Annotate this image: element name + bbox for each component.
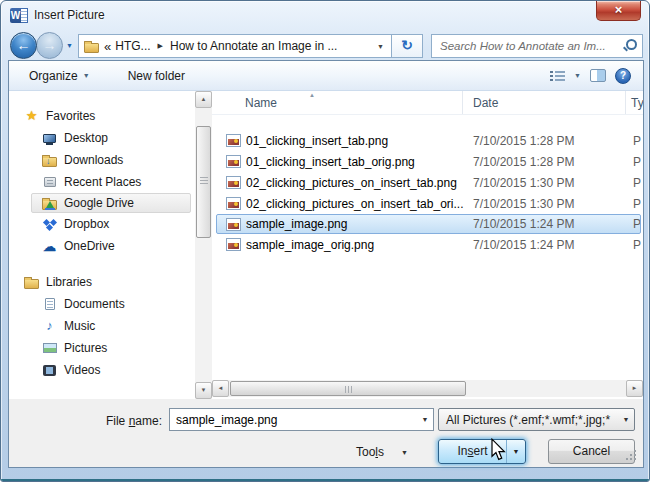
sidebar-label: Music xyxy=(64,319,95,333)
main-area: ★ Favorites Desktop ↓ Downloads Recent P… xyxy=(9,91,643,399)
chevron-down-icon: ▼ xyxy=(513,448,520,455)
command-toolbar: Organize ▼ New folder ▼ ? xyxy=(9,61,643,91)
sidebar-label: Libraries xyxy=(46,275,92,289)
file-row[interactable]: 02_clicking_pictures_on_insert_tab_ori..… xyxy=(216,193,641,214)
word-letter: W xyxy=(10,8,21,23)
file-type: Pl xyxy=(633,217,640,231)
scroll-down-button[interactable]: ▼ xyxy=(195,382,212,399)
close-button[interactable]: × xyxy=(596,1,641,21)
breadcrumb-separator-icon: ▶ xyxy=(158,42,163,50)
scroll-left-icon: ◄ xyxy=(218,385,224,391)
search-input[interactable] xyxy=(438,39,622,53)
sidebar-label: Dropbox xyxy=(64,217,109,231)
chevron-down-icon[interactable]: ▼ xyxy=(417,416,433,423)
refresh-button[interactable]: ↻ xyxy=(392,34,423,58)
file-name: 01_clicking_insert_tab.png xyxy=(246,134,473,148)
file-name: sample_image.png xyxy=(246,217,473,231)
breadcrumb-segment-root[interactable]: HTG... xyxy=(115,39,150,53)
image-file-icon xyxy=(226,155,241,168)
image-file-icon xyxy=(226,238,241,251)
sidebar-item-desktop[interactable]: Desktop xyxy=(9,127,195,149)
column-header-type[interactable]: Ty xyxy=(626,91,643,114)
sidebar-label: Google Drive xyxy=(64,196,134,210)
column-header-name[interactable]: Name xyxy=(212,91,463,114)
tools-label: Tools xyxy=(356,445,384,459)
search-box[interactable] xyxy=(431,34,643,58)
sidebar-label: Favorites xyxy=(46,109,95,123)
file-row-selected[interactable]: sample_image.png 7/10/2015 1:24 PM Pl xyxy=(216,214,641,234)
organize-label: Organize xyxy=(29,69,78,83)
sidebar-item-onedrive[interactable]: ☁ OneDrive xyxy=(9,235,195,257)
preview-pane-icon[interactable] xyxy=(590,69,606,82)
scroll-left-button[interactable]: ◄ xyxy=(212,380,229,397)
sidebar-item-libraries[interactable]: Libraries xyxy=(9,271,195,293)
title-bar[interactable]: W Insert Picture × xyxy=(1,1,649,30)
desktop-icon xyxy=(43,134,56,143)
forward-button[interactable]: → xyxy=(36,32,63,59)
recent-locations-dropdown[interactable]: ▼ xyxy=(66,42,73,49)
recent-places-icon xyxy=(44,177,56,187)
file-row[interactable]: 01_clicking_insert_tab.png 7/10/2015 1:2… xyxy=(216,130,641,151)
sidebar-label: OneDrive xyxy=(64,239,115,253)
views-icon[interactable] xyxy=(550,70,565,82)
organize-button[interactable]: Organize ▼ xyxy=(23,66,96,86)
file-row[interactable]: sample_image_orig.png 7/10/2015 1:24 PM … xyxy=(216,234,641,255)
file-name: 02_clicking_pictures_on_insert_tab.png xyxy=(246,176,473,190)
sidebar-item-recent-places[interactable]: Recent Places xyxy=(9,171,195,193)
toolbar-right-group: ▼ ? xyxy=(550,68,643,84)
file-name-input[interactable] xyxy=(170,412,417,428)
scroll-up-icon: ▲ xyxy=(201,96,207,102)
new-folder-label: New folder xyxy=(128,69,185,83)
file-row[interactable]: 01_clicking_insert_tab_orig.png 7/10/201… xyxy=(216,151,641,172)
breadcrumb-overflow-button[interactable]: « xyxy=(104,39,111,54)
sidebar-item-dropbox[interactable]: Dropbox xyxy=(9,213,195,235)
column-header-date[interactable]: Date xyxy=(463,91,626,114)
help-icon[interactable]: ? xyxy=(615,68,631,84)
sidebar-item-downloads[interactable]: ↓ Downloads xyxy=(9,149,195,171)
back-button[interactable]: ← xyxy=(10,32,37,59)
music-icon: ♪ xyxy=(46,319,53,333)
insert-dropdown-button[interactable]: ▼ xyxy=(506,440,525,463)
file-row[interactable]: 02_clicking_pictures_on_insert_tab.png 7… xyxy=(216,172,641,193)
sidebar-group-gap xyxy=(9,257,195,271)
sidebar-item-favorites[interactable]: ★ Favorites xyxy=(9,105,195,127)
file-date: 7/10/2015 1:24 PM xyxy=(473,217,633,231)
sidebar-item-documents[interactable]: Documents xyxy=(9,293,195,315)
videos-icon xyxy=(43,365,56,376)
tools-button[interactable]: Tools ▼ xyxy=(356,440,408,464)
insert-button[interactable]: Insert xyxy=(439,440,506,463)
new-folder-button[interactable]: New folder xyxy=(122,66,191,86)
resize-grip-icon[interactable] xyxy=(626,450,637,461)
sidebar-item-videos[interactable]: Videos xyxy=(9,359,195,381)
file-date: 7/10/2015 1:28 PM xyxy=(473,155,633,169)
sidebar-item-google-drive[interactable]: Google Drive xyxy=(31,193,191,213)
file-name-combobox[interactable]: ▼ xyxy=(169,408,434,431)
word-app-icon: W xyxy=(10,8,28,23)
chevron-down-icon: ▼ xyxy=(618,416,634,423)
folder-icon xyxy=(84,43,99,53)
scroll-down-icon: ▼ xyxy=(201,387,207,393)
address-dropdown-icon[interactable]: ▼ xyxy=(375,43,386,50)
file-date: 7/10/2015 1:28 PM xyxy=(473,134,633,148)
file-type-combobox[interactable]: All Pictures (*.emf;*.wmf;*.jpg;* ▼ xyxy=(438,408,635,431)
sort-ascending-icon: ▲ xyxy=(309,92,315,98)
scroll-up-button[interactable]: ▲ xyxy=(195,91,212,108)
scrollbar-thumb[interactable] xyxy=(196,126,211,238)
sidebar-item-music[interactable]: ♪ Music xyxy=(9,315,195,337)
scroll-right-button[interactable]: ► xyxy=(626,380,643,397)
image-file-icon xyxy=(226,176,241,189)
scrollbar-thumb[interactable] xyxy=(230,381,466,396)
sidebar-item-pictures[interactable]: Pictures xyxy=(9,337,195,359)
refresh-icon: ↻ xyxy=(401,37,413,53)
address-bar[interactable]: « HTG... ▶ How to Annotate an Image in .… xyxy=(78,34,392,58)
file-type: Pl xyxy=(633,197,641,211)
list-horizontal-scrollbar[interactable]: ◄ ► xyxy=(212,380,643,397)
breadcrumb-segment-current[interactable]: How to Annotate an Image in ... xyxy=(170,39,337,53)
cancel-button[interactable]: Cancel xyxy=(548,439,635,464)
dropbox-icon xyxy=(43,218,57,231)
views-dropdown-icon[interactable]: ▼ xyxy=(574,72,581,79)
sidebar-label: Videos xyxy=(64,363,100,377)
downloads-icon: ↓ xyxy=(42,157,57,167)
sidebar-scrollbar[interactable]: ▲ ▼ xyxy=(195,91,212,399)
scroll-right-icon: ► xyxy=(632,385,638,391)
